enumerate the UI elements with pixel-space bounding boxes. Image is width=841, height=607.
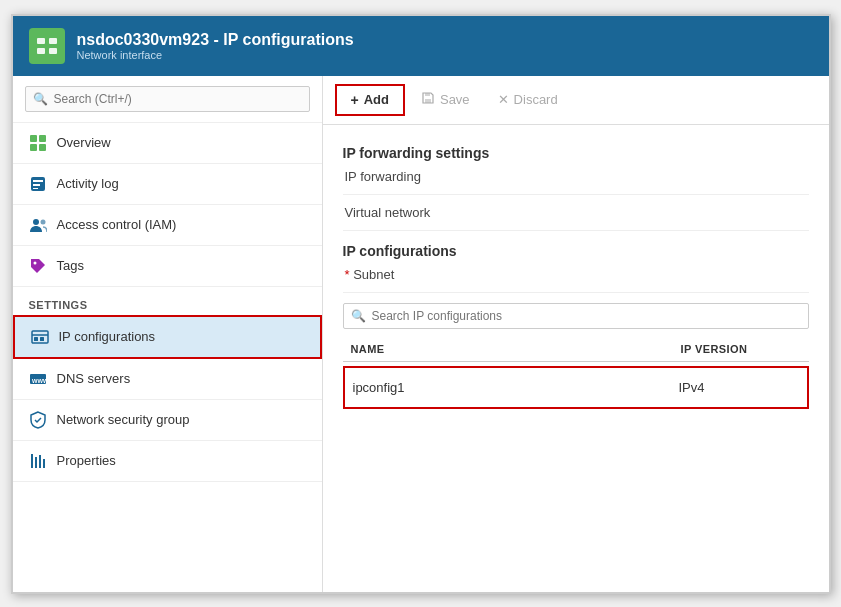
search-configurations[interactable]: 🔍: [343, 303, 809, 329]
discard-icon: ✕: [498, 92, 509, 107]
svg-rect-9: [33, 180, 43, 182]
svg-rect-18: [40, 337, 44, 341]
add-label: Add: [364, 92, 389, 107]
forwarding-label: IP forwarding: [343, 169, 809, 184]
sidebar-item-activity-log[interactable]: Activity log: [13, 164, 322, 205]
toolbar: + Add Save ✕ Discard: [323, 76, 829, 125]
svg-point-14: [33, 261, 36, 264]
search-config-icon: 🔍: [351, 309, 366, 323]
table-row[interactable]: ipconfig1 IPv4: [343, 366, 809, 409]
svg-rect-24: [43, 459, 45, 468]
svg-point-13: [40, 219, 45, 224]
svg-rect-4: [30, 135, 37, 142]
vnet-label: Virtual network: [343, 205, 809, 220]
save-icon: [421, 91, 435, 108]
svg-point-12: [33, 219, 39, 225]
forwarding-section-title: IP forwarding settings: [343, 145, 809, 161]
svg-rect-11: [33, 188, 38, 189]
svg-rect-25: [425, 99, 431, 103]
add-icon: +: [351, 92, 359, 108]
tags-icon: [29, 257, 47, 275]
header: nsdoc0330vm923 - IP configurations Netwo…: [13, 16, 829, 76]
sidebar-item-tags[interactable]: Tags: [13, 246, 322, 287]
col-ipver-header: IP VERSION: [681, 343, 801, 355]
sidebar-item-dns[interactable]: www DNS servers: [13, 359, 322, 400]
main-window: nsdoc0330vm923 - IP configurations Netwo…: [11, 14, 831, 594]
svg-rect-15: [32, 331, 48, 343]
main-content: IP forwarding settings IP forwarding Vir…: [323, 125, 829, 592]
content-area: + Add Save ✕ Discard IP forwarding setti…: [323, 76, 829, 592]
save-label: Save: [440, 92, 470, 107]
sidebar-item-iam-label: Access control (IAM): [57, 217, 177, 232]
nsg-icon: [29, 411, 47, 429]
required-star: *: [345, 267, 354, 282]
row-name: ipconfig1: [353, 380, 679, 395]
search-box[interactable]: 🔍: [13, 76, 322, 123]
ip-config-section-title: IP configurations: [343, 243, 809, 259]
sidebar-item-iam[interactable]: Access control (IAM): [13, 205, 322, 246]
svg-text:www: www: [31, 377, 47, 384]
svg-rect-5: [39, 135, 46, 142]
subnet-label: * Subnet: [343, 267, 809, 282]
search-input[interactable]: [25, 86, 310, 112]
sidebar-item-overview-label: Overview: [57, 135, 111, 150]
sidebar-item-overview[interactable]: Overview: [13, 123, 322, 164]
iam-icon: [29, 216, 47, 234]
svg-rect-23: [39, 455, 41, 468]
row-ipver: IPv4: [679, 380, 799, 395]
svg-rect-21: [31, 454, 33, 468]
sidebar-item-tags-label: Tags: [57, 258, 84, 273]
sidebar-item-activity-log-label: Activity log: [57, 176, 119, 191]
resource-type: Network interface: [77, 49, 354, 61]
svg-rect-1: [49, 38, 57, 44]
header-text: nsdoc0330vm923 - IP configurations Netwo…: [77, 31, 354, 61]
svg-rect-26: [425, 93, 430, 96]
dns-icon: www: [29, 370, 47, 388]
activity-log-icon: [29, 175, 47, 193]
svg-rect-3: [49, 48, 57, 54]
sidebar-item-dns-label: DNS servers: [57, 371, 131, 386]
search-icon: 🔍: [33, 92, 48, 106]
sidebar-item-nsg[interactable]: Network security group: [13, 400, 322, 441]
svg-rect-10: [33, 184, 40, 186]
save-button[interactable]: Save: [409, 85, 482, 114]
sidebar-item-nsg-label: Network security group: [57, 412, 190, 427]
discard-label: Discard: [514, 92, 558, 107]
svg-rect-17: [34, 337, 38, 341]
table-header: NAME IP VERSION: [343, 337, 809, 362]
sidebar: 🔍 Overview: [13, 76, 323, 592]
overview-icon: [29, 134, 47, 152]
svg-rect-2: [37, 48, 45, 54]
settings-section-label: SETTINGS: [13, 287, 322, 315]
svg-rect-22: [35, 457, 37, 468]
discard-button[interactable]: ✕ Discard: [486, 86, 570, 113]
col-name-header: NAME: [351, 343, 681, 355]
main-body: 🔍 Overview: [13, 76, 829, 592]
add-button[interactable]: + Add: [335, 84, 405, 116]
resource-icon: [29, 28, 65, 64]
sidebar-item-ip-label: IP configurations: [59, 329, 156, 344]
search-config-input[interactable]: [343, 303, 809, 329]
sidebar-item-ip-configurations[interactable]: IP configurations: [13, 315, 322, 359]
svg-rect-6: [30, 144, 37, 151]
page-title: nsdoc0330vm923 - IP configurations: [77, 31, 354, 49]
sidebar-item-properties[interactable]: Properties: [13, 441, 322, 482]
ip-config-icon: [31, 328, 49, 346]
properties-icon: [29, 452, 47, 470]
svg-rect-7: [39, 144, 46, 151]
svg-rect-0: [37, 38, 45, 44]
sidebar-item-properties-label: Properties: [57, 453, 116, 468]
